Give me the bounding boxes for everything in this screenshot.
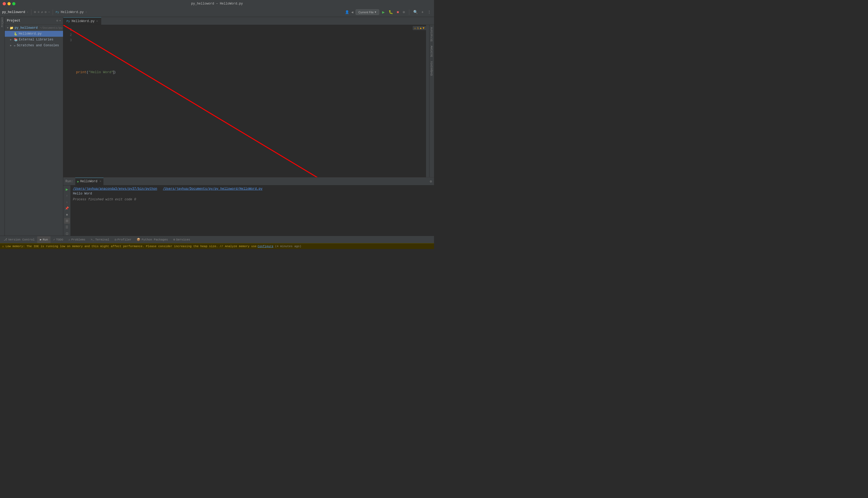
panel-header-icons: ⚙ ▾ [56,19,61,22]
profiler-icon: ◷ [115,238,117,241]
run-button[interactable]: ▶ [381,9,386,16]
bottom-tabs-bar: ⎇ Version Control ▶ Run ✓ TODO ⚠ Problem… [0,236,434,243]
console-command-line: /Users/jayhua/anaconda3/envs/py37/bin/py… [73,186,432,191]
pin-button[interactable]: 📌 [64,205,70,211]
console-exit-message: Process finished with exit code 0 [73,197,432,202]
user-icon[interactable]: 👤 [345,10,349,14]
editor-scrollbar[interactable] [426,25,429,177]
minimize-button[interactable] [8,2,11,5]
console-output: Hello Word [73,191,432,196]
tree-item-external-libs[interactable]: ▶ 📚 External Libraries [5,37,63,42]
open-file-name: HelloWord.py [61,10,83,14]
bottom-toolbar: ▶ ↑ ↓ 📌 ■ ⊞ ☰ ⊡ 🗑 /Users/jayhua/anaconda… [63,185,434,236]
project-tree: ▼ 📁 py_helloword ~/Documents/py/py_hello… [5,25,63,236]
code-editor[interactable]: 1 2 3 print("Hello Word") [63,25,426,177]
settings-icon[interactable]: ⚙ [45,10,46,14]
run-tab-label: HelloWord [80,180,97,183]
editor-tab-bar: Py HelloWord.py × [63,17,434,25]
project-panel: Project ⚙ ▾ ▼ 📁 py_helloword ~/Documents… [5,17,63,236]
editor-area: Py HelloWord.py × 1 2 3 prin [63,17,434,236]
warning-message: Low memory: The IDE is running low on me… [5,245,257,248]
minus-icon[interactable]: − [48,10,50,14]
python-path-link[interactable]: /Users/jayhua/anaconda3/envs/py37/bin/py… [73,187,157,191]
panel-gear-icon[interactable]: ▾ [59,19,61,22]
profiler-label: Profiler [118,238,132,241]
tree-file-spacer [10,32,13,35]
tab-terminal[interactable]: >_ Terminal [88,236,112,243]
debug-button[interactable]: 🐛 [388,9,394,15]
window-title: py_helloword – HelloWord.py [191,2,243,5]
tab-problems[interactable]: ⚠ Problems [66,236,88,243]
right-sidebar-structure[interactable]: Structure [430,25,434,44]
editor-run-split: 1 2 3 print("Hello Word") [63,25,434,236]
line-num-2: 2 [63,32,72,38]
tab-close-button[interactable]: × [96,20,98,23]
tab-services[interactable]: ⚙ Services [171,236,192,243]
services-label: Services [176,238,190,241]
panel-settings-icon[interactable]: ⚙ [56,19,58,22]
project-root-path: ~/Documents/py/py_helloword [40,27,63,29]
run-config-button[interactable]: Current File ▾ [356,9,379,15]
panel-settings-button[interactable]: ⚙ [430,179,432,184]
tab-file-type-icon: Py [66,20,70,23]
stop-button[interactable]: ■ [396,9,400,15]
folder-icon: 📁 [10,26,14,30]
restore-button[interactable]: ⊡ [64,231,70,236]
script-path-link[interactable]: /Users/jayhua/Documents/py/py_helloword/… [163,187,262,191]
rerun-button[interactable]: ▶ [64,186,70,192]
run-tab[interactable]: ▶ HelloWord × [75,178,104,185]
tab-label: HelloWord.py [71,19,94,23]
main-area: Project Project ⚙ ▾ ▼ 📁 py_helloword ~/D… [0,17,434,236]
coverage-button[interactable]: ⊙ [402,9,405,15]
back-icon[interactable]: ◀ [351,10,353,14]
align-icon[interactable]: ≡ [38,10,39,14]
code-line-3: print("Hello Word") [76,70,426,75]
list-button[interactable]: ☰ [64,224,70,230]
stop-run-button[interactable]: ■ [64,212,70,218]
tree-scratch-label: Scratches and Consoles [17,44,59,47]
maximize-button[interactable] [12,2,15,5]
tab-todo[interactable]: ✓ TODO [51,236,66,243]
todo-icon: ✓ [53,238,55,241]
project-name[interactable]: py_helloword [2,10,25,14]
scroll-down-button[interactable]: ↓ [64,199,70,205]
project-icon[interactable]: Project [1,18,4,26]
scratch-icon: ✏ [14,44,16,48]
code-content[interactable]: print("Hello Word") [74,25,426,177]
right-sidebar-sciview[interactable]: SciView [430,44,434,59]
tab-run[interactable]: ▶ Run [37,236,51,243]
warning-badge[interactable]: ⚠ 1 ▲ ▼ [413,26,426,30]
search-button[interactable]: 🔍 [412,9,418,15]
tree-item-root[interactable]: ▼ 📁 py_helloword ~/Documents/py/py_hello… [5,25,63,31]
exit-message: Process finished with exit code 0 [73,198,136,201]
warning-up-arrow[interactable]: ▲ [420,27,422,30]
toolbar-sep-3 [409,10,409,15]
configure-link[interactable]: Configure [258,245,273,248]
run-config-label: Current File [359,11,374,14]
grid-icon[interactable]: ⊞ [34,10,36,14]
bottom-panel: Run: ▶ HelloWord × ⚙ ▶ ↑ ↓ 📌 ■ [63,177,434,236]
problems-label: Problems [71,238,85,241]
problems-icon: ⚠ [69,238,70,241]
right-sidebar-endpoints[interactable]: Endpoints [430,59,434,78]
warning-down-arrow[interactable]: ▼ [423,27,424,30]
tab-python-packages[interactable]: 📦 Python Packages [134,236,171,243]
tree-lib-arrow: ▶ [10,38,13,41]
python-packages-label: Python Packages [142,238,168,241]
run-tab-close[interactable]: × [99,180,101,183]
editor-tab-helloword[interactable]: Py HelloWord.py × [63,17,101,25]
toolbar-separator [31,10,31,15]
tree-item-scratches[interactable]: ▶ ✏ Scratches and Consoles [5,42,63,49]
tab-version-control[interactable]: ⎇ Version Control [1,236,37,243]
file-close-icon[interactable]: × [85,11,87,14]
add-button[interactable]: + [421,9,424,15]
tree-lib-label: External Libraries [19,38,53,41]
scroll-up-button[interactable]: ↑ [64,193,70,199]
tree-item-helloword[interactable]: 🐍 HelloWord.py [5,31,63,37]
right-sidebar: Structure SciView Endpoints [429,25,434,177]
diff-icon[interactable]: ⇄ [41,10,43,14]
layout-button[interactable]: ⊞ [64,218,70,224]
close-button[interactable] [3,2,6,5]
more-button[interactable]: ⋮ [427,9,432,15]
tab-profiler[interactable]: ◷ Profiler [112,236,134,243]
